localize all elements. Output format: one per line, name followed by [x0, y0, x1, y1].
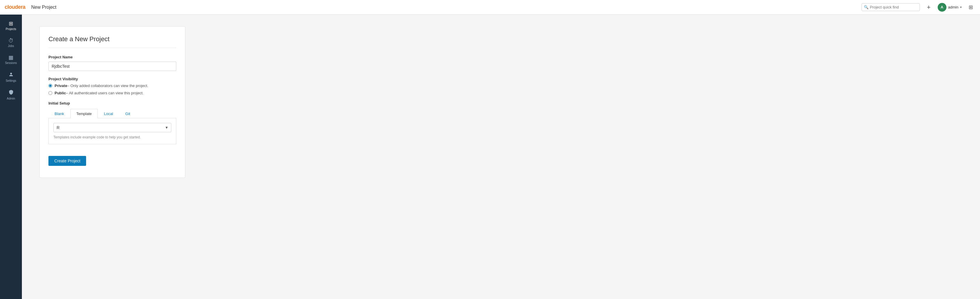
main-content: Create a New Project Project Name Projec… — [22, 14, 980, 299]
project-name-input[interactable] — [48, 62, 176, 71]
initial-setup-group: Initial Setup Blank Template Local Git R… — [48, 101, 176, 144]
visibility-public[interactable]: Public– All authenticated users can view… — [48, 91, 176, 95]
form-card: Create a New Project Project Name Projec… — [40, 26, 185, 178]
sidebar-item-settings[interactable]: Settings — [0, 68, 22, 86]
sidebar-label-projects: Projects — [6, 27, 16, 31]
settings-icon — [8, 72, 14, 78]
chevron-down-icon: ▾ — [960, 6, 962, 9]
logo: cloudera — [5, 4, 25, 10]
visibility-label: Project Visibility — [48, 77, 176, 81]
sidebar-label-settings: Settings — [6, 79, 16, 83]
tab-template[interactable]: Template — [70, 109, 98, 118]
add-button[interactable]: + — [924, 3, 933, 12]
create-project-button[interactable]: Create Project — [48, 156, 86, 166]
search-container: 🔍 — [862, 3, 920, 11]
sidebar-item-admin[interactable]: Admin — [0, 86, 22, 104]
private-label: Private — [54, 84, 67, 88]
form-title: Create a New Project — [48, 35, 176, 48]
grid-icon-button[interactable]: ⊞ — [966, 3, 975, 12]
visibility-options: Private– Only added collaborators can vi… — [48, 84, 176, 95]
visibility-group: Project Visibility Private– Only added c… — [48, 77, 176, 95]
sidebar-label-jobs: Jobs — [8, 45, 14, 48]
page-title: New Project — [31, 5, 56, 10]
sessions-icon: ▦ — [8, 55, 13, 60]
admin-icon — [8, 90, 14, 96]
sidebar-item-jobs[interactable]: ⏱ Jobs — [0, 35, 22, 51]
sidebar-label-admin: Admin — [7, 97, 15, 100]
visibility-private[interactable]: Private– Only added collaborators can vi… — [48, 84, 176, 88]
template-box: R Python Scala ▼ Templates include examp… — [48, 118, 176, 144]
tab-git[interactable]: Git — [119, 109, 136, 118]
jobs-icon: ⏱ — [8, 38, 14, 43]
sidebar-item-sessions[interactable]: ▦ Sessions — [0, 51, 22, 68]
project-name-label: Project Name — [48, 55, 176, 59]
logo-area: cloudera — [5, 4, 25, 10]
template-select-wrap: R Python Scala ▼ — [53, 123, 171, 132]
avatar: A — [938, 3, 947, 12]
tab-local[interactable]: Local — [98, 109, 119, 118]
visibility-private-radio[interactable] — [48, 84, 52, 87]
search-icon: 🔍 — [864, 5, 869, 10]
user-name: admin — [948, 5, 958, 10]
project-name-group: Project Name — [48, 55, 176, 71]
initial-setup-label: Initial Setup — [48, 101, 176, 105]
visibility-public-radio[interactable] — [48, 91, 52, 95]
sidebar-label-sessions: Sessions — [5, 61, 17, 65]
template-hint: Templates include example code to help y… — [53, 135, 171, 139]
template-select[interactable]: R Python Scala — [53, 123, 171, 132]
sidebar: ⊞ Projects ⏱ Jobs ▦ Sessions Settings Ad… — [0, 14, 22, 299]
tab-blank[interactable]: Blank — [48, 109, 70, 118]
private-desc: – Only added collaborators can view the … — [67, 84, 148, 88]
tabs-container: Blank Template Local Git — [48, 109, 176, 118]
sidebar-item-projects[interactable]: ⊞ Projects — [0, 17, 22, 35]
public-label: Public — [54, 91, 66, 95]
user-menu[interactable]: A admin ▾ — [938, 3, 962, 12]
search-input[interactable] — [862, 3, 920, 11]
public-desc: – All authenticated users can view this … — [66, 91, 143, 95]
projects-icon: ⊞ — [9, 21, 13, 26]
header: cloudera New Project 🔍 + A admin ▾ ⊞ — [0, 0, 980, 14]
body-layout: ⊞ Projects ⏱ Jobs ▦ Sessions Settings Ad… — [0, 14, 980, 299]
